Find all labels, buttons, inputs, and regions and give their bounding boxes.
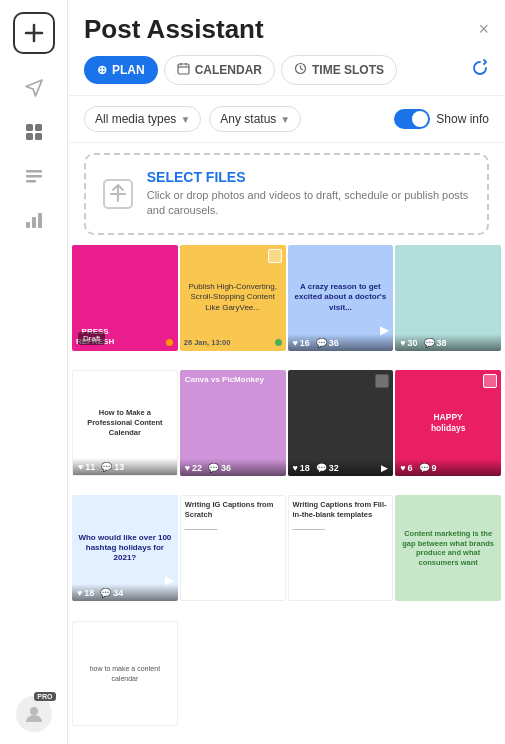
svg-rect-7: [26, 175, 42, 178]
grid-item[interactable]: Writing Captions from Fill-in-the-blank …: [288, 495, 394, 601]
grid-item[interactable]: Who would like over 100 hashtag holidays…: [72, 495, 178, 601]
tab-calendar[interactable]: CALENDAR: [164, 55, 275, 85]
svg-rect-10: [32, 217, 36, 228]
pro-badge: PRO: [34, 692, 55, 701]
tab-timeslots[interactable]: TIME SLOTS: [281, 55, 397, 85]
svg-rect-11: [38, 213, 42, 228]
draft-badge: Draft: [78, 332, 105, 345]
status-label: Any status: [220, 112, 276, 126]
show-info-label: Show info: [436, 112, 489, 126]
media-grid: PRESSREFRESH Draft Publish High-Converti…: [68, 245, 505, 744]
grid-stats: ♥18 💬32 ▶: [288, 459, 394, 476]
grid-stats: ♥11 💬13: [73, 458, 177, 475]
refresh-button[interactable]: [471, 59, 489, 81]
grid-checkbox[interactable]: [268, 249, 282, 263]
grid-item[interactable]: A crazy reason to get excited about a do…: [288, 245, 394, 351]
header: Post Assistant × ⊕ PLAN CALENDAR: [68, 0, 505, 96]
grid-stats: ♥30 💬38: [395, 334, 501, 351]
media-type-filter[interactable]: All media types ▼: [84, 106, 201, 132]
upload-title: SELECT FILES: [147, 169, 471, 185]
upload-area[interactable]: SELECT FILES Click or drop photos and vi…: [84, 153, 489, 235]
svg-line-19: [301, 69, 304, 71]
chevron-down-icon: ▼: [280, 114, 290, 125]
upload-text: SELECT FILES Click or drop photos and vi…: [147, 169, 471, 219]
svg-rect-4: [26, 133, 33, 140]
toggle-switch[interactable]: [394, 109, 430, 129]
media-type-label: All media types: [95, 112, 176, 126]
status-dot: [166, 339, 173, 346]
upload-icon: [102, 174, 135, 214]
calendar-icon: [177, 62, 190, 78]
grid-checkbox[interactable]: [375, 374, 389, 388]
grid-item[interactable]: How to Make a Professional Content Calen…: [72, 370, 178, 476]
grid-stats: ♥16 💬36: [288, 334, 394, 351]
svg-rect-8: [26, 180, 36, 183]
grid-stats: ♥22 💬36: [180, 459, 286, 476]
sidebar-item-send[interactable]: [16, 70, 52, 106]
tab-bar: ⊕ PLAN CALENDAR: [84, 55, 489, 85]
svg-rect-3: [35, 124, 42, 131]
tab-plan[interactable]: ⊕ PLAN: [84, 56, 158, 84]
svg-point-12: [30, 707, 38, 715]
user-avatar[interactable]: PRO: [16, 696, 52, 732]
show-info-toggle[interactable]: Show info: [394, 109, 489, 129]
main-content: Post Assistant × ⊕ PLAN CALENDAR: [68, 0, 505, 744]
upload-description: Click or drop photos and videos to draft…: [147, 188, 471, 219]
tab-plan-label: PLAN: [112, 63, 145, 77]
sidebar-item-media[interactable]: [16, 114, 52, 150]
grid-item[interactable]: PRESSREFRESH Draft: [72, 245, 178, 351]
app-logo[interactable]: [13, 12, 55, 54]
close-button[interactable]: ×: [478, 19, 489, 40]
grid-item[interactable]: Canva vs PicMonkey ♥22 💬36: [180, 370, 286, 476]
grid-item[interactable]: Writing IG Captions from Scratch _______…: [180, 495, 286, 601]
toggle-knob: [412, 111, 428, 127]
grid-stats: ♥18 💬34: [72, 584, 178, 601]
chevron-down-icon: ▼: [180, 114, 190, 125]
svg-rect-6: [26, 170, 42, 173]
grid-item[interactable]: ♥18 💬32 ▶: [288, 370, 394, 476]
sidebar-item-list[interactable]: [16, 158, 52, 194]
grid-item[interactable]: how to make a content calendar: [72, 621, 178, 727]
clock-icon: [294, 62, 307, 78]
svg-rect-13: [178, 64, 189, 74]
svg-rect-2: [26, 124, 33, 131]
svg-rect-9: [26, 222, 30, 228]
sidebar-item-chart[interactable]: [16, 202, 52, 238]
grid-item[interactable]: ♥30 💬38: [395, 245, 501, 351]
sidebar: PRO: [0, 0, 68, 744]
grid-item[interactable]: Publish High-Converting, Scroll-Stopping…: [180, 245, 286, 351]
grid-item[interactable]: Content marketing is the gap between wha…: [395, 495, 501, 601]
status-filter[interactable]: Any status ▼: [209, 106, 301, 132]
grid-item[interactable]: HAPPYholidays ♥6 💬9: [395, 370, 501, 476]
filter-bar: All media types ▼ Any status ▼ Show info: [68, 96, 505, 143]
grid-checkbox[interactable]: [483, 374, 497, 388]
page-title: Post Assistant: [84, 14, 264, 45]
svg-rect-5: [35, 133, 42, 140]
status-dot: [275, 339, 282, 346]
grid-stats: ♥6 💬9: [395, 459, 501, 476]
plan-icon: ⊕: [97, 63, 107, 77]
tab-calendar-label: CALENDAR: [195, 63, 262, 77]
tab-timeslots-label: TIME SLOTS: [312, 63, 384, 77]
